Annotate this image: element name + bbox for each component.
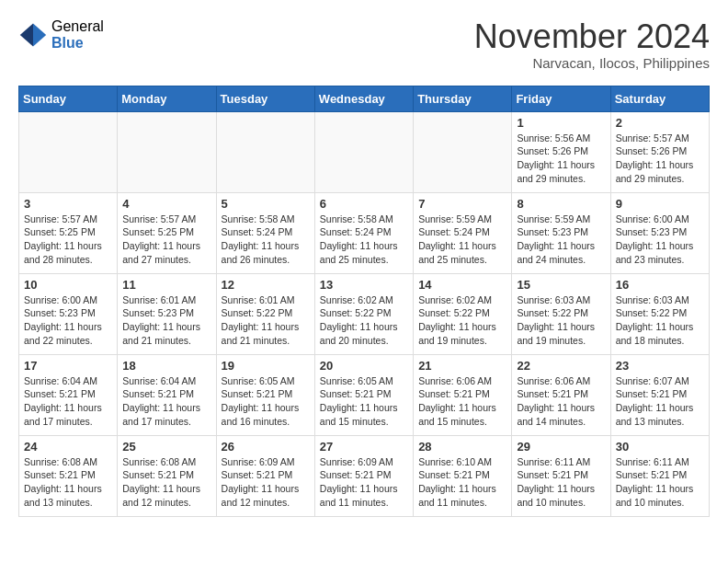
day-number: 29 [517,440,605,454]
day-info: Sunrise: 6:08 AMSunset: 5:21 PMDaylight:… [24,455,112,510]
page: General Blue November 2024 Narvacan, Ilo… [0,0,728,526]
week-row-3: 10Sunrise: 6:00 AMSunset: 5:23 PMDayligh… [19,273,710,354]
weekday-saturday: Saturday [610,86,709,111]
day-number: 16 [616,278,704,292]
calendar-cell: 16Sunrise: 6:03 AMSunset: 5:22 PMDayligh… [610,273,709,354]
calendar-cell: 1Sunrise: 5:56 AMSunset: 5:26 PMDaylight… [512,111,610,192]
day-number: 7 [418,197,506,211]
calendar-cell: 29Sunrise: 6:11 AMSunset: 5:21 PMDayligh… [512,435,610,516]
calendar-cell: 18Sunrise: 6:04 AMSunset: 5:21 PMDayligh… [118,354,216,435]
calendar-cell [216,111,314,192]
day-info: Sunrise: 6:04 AMSunset: 5:21 PMDaylight:… [24,374,112,429]
weekday-thursday: Thursday [414,86,512,111]
week-row-4: 17Sunrise: 6:04 AMSunset: 5:21 PMDayligh… [19,354,710,435]
week-row-1: 1Sunrise: 5:56 AMSunset: 5:26 PMDaylight… [19,111,710,192]
calendar-cell: 19Sunrise: 6:05 AMSunset: 5:21 PMDayligh… [216,354,314,435]
day-info: Sunrise: 6:10 AMSunset: 5:21 PMDaylight:… [418,455,506,510]
day-number: 6 [320,197,408,211]
weekday-tuesday: Tuesday [216,86,314,111]
day-number: 1 [517,116,605,130]
day-info: Sunrise: 6:05 AMSunset: 5:21 PMDaylight:… [222,374,310,429]
day-info: Sunrise: 5:57 AMSunset: 5:26 PMDaylight:… [616,132,704,186]
day-info: Sunrise: 6:09 AMSunset: 5:21 PMDaylight:… [222,455,310,510]
calendar-cell [414,111,512,192]
day-number: 11 [122,278,210,292]
calendar-cell: 8Sunrise: 5:59 AMSunset: 5:23 PMDaylight… [512,192,610,273]
weekday-friday: Friday [512,86,610,111]
day-number: 30 [616,440,704,454]
day-info: Sunrise: 6:01 AMSunset: 5:22 PMDaylight:… [222,293,310,348]
day-info: Sunrise: 6:05 AMSunset: 5:21 PMDaylight:… [320,374,408,429]
logo: General Blue [18,18,104,51]
calendar-cell: 9Sunrise: 6:00 AMSunset: 5:23 PMDaylight… [610,192,709,273]
day-number: 10 [24,278,112,292]
day-number: 20 [320,359,408,373]
calendar-cell: 2Sunrise: 5:57 AMSunset: 5:26 PMDaylight… [610,111,709,192]
day-info: Sunrise: 6:11 AMSunset: 5:21 PMDaylight:… [517,455,605,510]
day-info: Sunrise: 5:58 AMSunset: 5:24 PMDaylight:… [222,213,310,267]
calendar-cell: 13Sunrise: 6:02 AMSunset: 5:22 PMDayligh… [314,273,413,354]
calendar-cell: 24Sunrise: 6:08 AMSunset: 5:21 PMDayligh… [19,435,118,516]
calendar-cell: 6Sunrise: 5:58 AMSunset: 5:24 PMDaylight… [314,192,413,273]
logo-blue-text: Blue [51,35,104,52]
day-number: 4 [122,197,210,211]
day-info: Sunrise: 6:04 AMSunset: 5:21 PMDaylight:… [122,374,210,429]
month-title: November 2024 [474,18,710,55]
calendar-cell: 10Sunrise: 6:00 AMSunset: 5:23 PMDayligh… [19,273,118,354]
day-info: Sunrise: 5:59 AMSunset: 5:23 PMDaylight:… [517,213,605,267]
day-number: 24 [24,440,112,454]
calendar-cell [19,111,118,192]
day-info: Sunrise: 6:03 AMSunset: 5:22 PMDaylight:… [616,293,704,348]
day-info: Sunrise: 5:59 AMSunset: 5:24 PMDaylight:… [418,213,506,267]
day-info: Sunrise: 6:02 AMSunset: 5:22 PMDaylight:… [320,293,408,348]
day-info: Sunrise: 6:02 AMSunset: 5:22 PMDaylight:… [418,293,506,348]
calendar-cell: 5Sunrise: 5:58 AMSunset: 5:24 PMDaylight… [216,192,314,273]
day-number: 22 [517,359,605,373]
day-info: Sunrise: 6:06 AMSunset: 5:21 PMDaylight:… [418,374,506,429]
calendar-cell: 7Sunrise: 5:59 AMSunset: 5:24 PMDaylight… [414,192,512,273]
day-number: 8 [517,197,605,211]
day-info: Sunrise: 6:09 AMSunset: 5:21 PMDaylight:… [320,455,408,510]
header: General Blue November 2024 Narvacan, Ilo… [18,18,710,71]
day-number: 23 [616,359,704,373]
logo-general: General [51,18,104,35]
day-number: 21 [418,359,506,373]
calendar-cell: 26Sunrise: 6:09 AMSunset: 5:21 PMDayligh… [216,435,314,516]
day-number: 3 [24,197,112,211]
day-info: Sunrise: 5:57 AMSunset: 5:25 PMDaylight:… [122,213,210,267]
day-number: 13 [320,278,408,292]
day-number: 15 [517,278,605,292]
logo-icon [18,20,48,50]
svg-marker-1 [20,23,33,46]
day-info: Sunrise: 6:00 AMSunset: 5:23 PMDaylight:… [24,293,112,348]
day-number: 25 [122,440,210,454]
weekday-header-row: SundayMondayTuesdayWednesdayThursdayFrid… [19,86,710,111]
calendar-cell: 28Sunrise: 6:10 AMSunset: 5:21 PMDayligh… [414,435,512,516]
calendar-cell: 23Sunrise: 6:07 AMSunset: 5:21 PMDayligh… [610,354,709,435]
calendar: SundayMondayTuesdayWednesdayThursdayFrid… [18,86,710,517]
calendar-cell: 22Sunrise: 6:06 AMSunset: 5:21 PMDayligh… [512,354,610,435]
day-info: Sunrise: 6:11 AMSunset: 5:21 PMDaylight:… [616,455,704,510]
calendar-cell [118,111,216,192]
svg-marker-0 [33,23,46,46]
day-info: Sunrise: 6:03 AMSunset: 5:22 PMDaylight:… [517,293,605,348]
day-number: 5 [222,197,310,211]
weekday-sunday: Sunday [19,86,118,111]
location: Narvacan, Ilocos, Philippines [474,55,710,71]
day-info: Sunrise: 5:57 AMSunset: 5:25 PMDaylight:… [24,213,112,267]
day-number: 14 [418,278,506,292]
weekday-monday: Monday [118,86,216,111]
day-number: 27 [320,440,408,454]
calendar-cell: 21Sunrise: 6:06 AMSunset: 5:21 PMDayligh… [414,354,512,435]
calendar-cell: 17Sunrise: 6:04 AMSunset: 5:21 PMDayligh… [19,354,118,435]
title-area: November 2024 Narvacan, Ilocos, Philippi… [474,18,710,71]
day-number: 9 [616,197,704,211]
logo-text: General Blue [51,18,104,51]
week-row-5: 24Sunrise: 6:08 AMSunset: 5:21 PMDayligh… [19,435,710,516]
weekday-wednesday: Wednesday [314,86,413,111]
day-info: Sunrise: 6:08 AMSunset: 5:21 PMDaylight:… [122,455,210,510]
calendar-cell [314,111,413,192]
calendar-cell: 30Sunrise: 6:11 AMSunset: 5:21 PMDayligh… [610,435,709,516]
day-number: 12 [222,278,310,292]
calendar-cell: 27Sunrise: 6:09 AMSunset: 5:21 PMDayligh… [314,435,413,516]
